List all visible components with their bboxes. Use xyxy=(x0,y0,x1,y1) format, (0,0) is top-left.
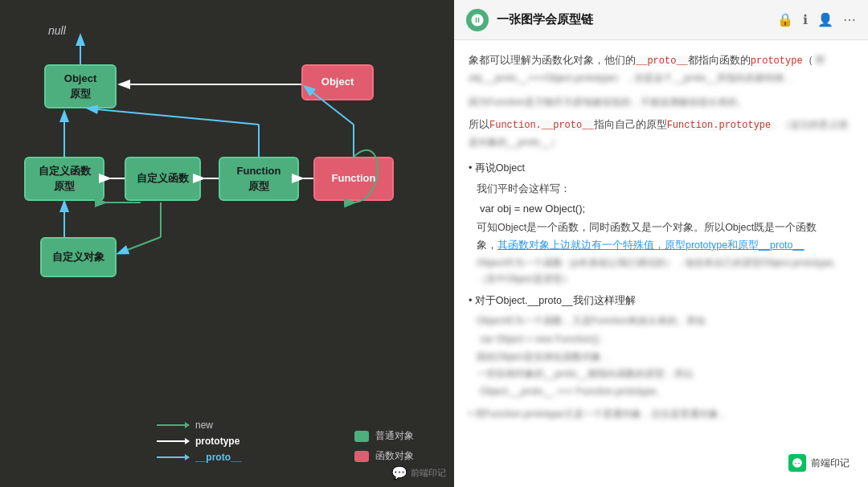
bullet1-text2: 可知Object是一个函数，同时函数又是一个对象。所以Object既是一个函数 xyxy=(477,219,854,237)
lock-icon: 🔒 xyxy=(777,12,793,27)
legend-prototype-label: prototype xyxy=(195,436,240,447)
custom-func-prototype-node: 自定义函数原型 xyxy=(24,157,104,201)
svg-line-7 xyxy=(88,108,259,125)
function-label: Function xyxy=(332,171,376,186)
app-logo-icon xyxy=(466,9,489,31)
object-label: Object xyxy=(321,75,354,89)
bullet2-header: • 对于Object.__proto__我们这样理解 xyxy=(469,293,854,310)
diagram-legend: new prototype __proto__ xyxy=(157,419,241,463)
left-watermark-text: 前端印记 xyxy=(411,467,446,479)
bullet1-code1: var obj = new Object(); xyxy=(477,198,854,219)
null-label: null xyxy=(48,24,66,37)
svg-line-12 xyxy=(119,237,161,253)
prototype-arrow-icon xyxy=(157,440,189,442)
bullet2-text3: 一切实例对象的__proto__都指向函数的原型，所以 xyxy=(477,366,854,382)
right-panel: 一张图学会原型链 🔒 ℹ 👤 ⋯ 象都可以理解为函数化对象，他们的__proto… xyxy=(454,0,868,487)
more-icon[interactable]: ⋯ xyxy=(843,12,856,27)
bullet1-text4: Object作为一个函数（js本身就让我们调试的），他也有自己的原型Object… xyxy=(477,255,854,288)
right-header: 一张图学会原型链 🔒 ℹ 👤 ⋯ xyxy=(454,0,868,40)
func-obj-box-icon xyxy=(354,451,369,462)
bullet1-text3: 象，其函数对象上边就边有一个特殊值，原型prototype和原型__proto_… xyxy=(477,237,854,255)
link1[interactable]: 其函数对象上边就边有一个特殊值，原型prototype和原型__proto__ xyxy=(497,239,804,251)
article-title: 一张图学会原型链 xyxy=(497,12,769,27)
wechat-logo-icon xyxy=(788,454,806,472)
legend-func-obj: 函数对象 xyxy=(354,449,414,463)
custom-func-label: 自定义函数 xyxy=(137,171,189,186)
bullet2-text2: 因此Object是实例化函数对象， xyxy=(477,349,854,365)
content-para2: 所以Function.__proto__指向自己的原型Function.prot… xyxy=(469,117,854,152)
content-para1: 象都可以理解为函数化对象，他们的__proto__都指向函数的prototype… xyxy=(469,52,854,88)
article-content: 象都可以理解为函数化对象，他们的__proto__都指向函数的prototype… xyxy=(454,40,868,487)
bullet1-section: • 再说Object 我们平时会这样写： var obj = new Objec… xyxy=(469,160,854,287)
plain-obj-label: 普通对象 xyxy=(375,429,414,443)
bullet3-header: • 而Function.prototype又是一个普通对象，仅仅是普通对象， xyxy=(469,406,854,422)
info-icon[interactable]: ℹ xyxy=(803,12,808,27)
custom-obj-label: 自定义对象 xyxy=(52,250,104,264)
custom-func-prototype-label: 自定义函数原型 xyxy=(39,164,91,193)
legend-prototype: prototype xyxy=(157,436,241,447)
right-watermark: 前端印记 xyxy=(782,451,856,475)
custom-obj-node: 自定义对象 xyxy=(40,237,117,277)
bullet2-text1: Object作为一个函数，又是Function构造出来的。类似 xyxy=(477,313,854,329)
legend-new: new xyxy=(157,419,241,431)
custom-func-node: 自定义函数 xyxy=(125,157,201,201)
proto-arrow-icon xyxy=(157,456,189,458)
legend-proto-label: __proto__ xyxy=(195,452,241,463)
object-node: Object xyxy=(301,64,374,100)
function-node: Function xyxy=(313,157,394,201)
left-panel: null Object原型 Object 自定义函数原型 自定义函数 Funct… xyxy=(0,0,454,487)
function-prototype-node: Function原型 xyxy=(219,157,299,201)
bullet1-text1: 我们平时会这样写： xyxy=(477,181,854,198)
legend-proto: __proto__ xyxy=(157,452,241,463)
header-icons: 🔒 ℹ 👤 ⋯ xyxy=(777,12,856,27)
bullet1-header: • 再说Object xyxy=(469,160,854,178)
user-icon[interactable]: 👤 xyxy=(817,12,833,27)
left-watermark: 💬 前端印记 xyxy=(391,465,446,481)
object-prototype-node: Object原型 xyxy=(44,64,117,108)
bullet2-code1: var Object = new Function(); xyxy=(477,329,854,349)
new-arrow-icon xyxy=(157,424,189,426)
func-obj-label: 函数对象 xyxy=(375,449,414,463)
legend-plain-obj: 普通对象 xyxy=(354,429,414,443)
legend-new-label: new xyxy=(195,419,213,431)
function-prototype-label: Function原型 xyxy=(237,164,281,193)
bullet3-section: • 而Function.prototype又是一个普通对象，仅仅是普通对象， xyxy=(469,406,854,422)
object-prototype-label: Object原型 xyxy=(64,72,96,100)
bullet2-section: • 对于Object.__proto__我们这样理解 Object作为一个函数，… xyxy=(469,293,854,402)
right-watermark-text: 前端印记 xyxy=(811,455,850,471)
legend-boxes: 普通对象 函数对象 xyxy=(354,429,414,463)
content-para1-cont: 因为Function是万物开天辟地被创造的，不能追溯被创造出来的。 xyxy=(469,94,854,110)
bullet2-code2: Object.__proto__ === Function.prototype。 xyxy=(477,382,854,401)
plain-obj-box-icon xyxy=(354,431,369,442)
